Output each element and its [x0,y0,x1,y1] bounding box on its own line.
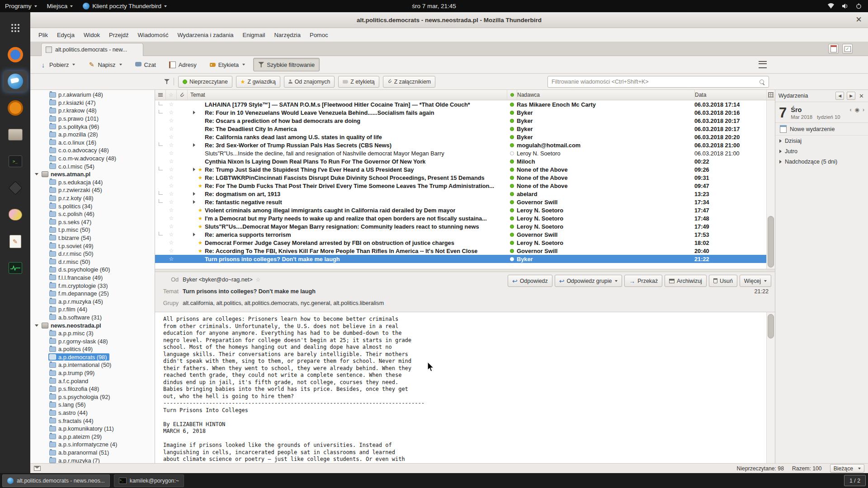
unread-dot-icon[interactable] [510,216,514,221]
today-pane-section-jutro[interactable]: Jutro [775,146,868,156]
folder-row-a.p.democrats[interactable]: a.p.democrats (98) [30,353,155,361]
folder-row-s.lang[interactable]: s.lang (56) [30,401,155,409]
adresy-button[interactable]: Adresy [164,58,202,71]
dock-item-porygon-app[interactable] [4,204,27,225]
tasks-tab-button[interactable]: ✓ [842,44,853,54]
folder-row-a.b.paranormal[interactable]: a.b.paranormal (51) [30,449,155,457]
folder-row-t.bizarre[interactable]: t.bizarre (54) [30,234,155,242]
folder-row-t.p.soviet[interactable]: t.p.soviet (49) [30,242,155,250]
folder-row-s.fractals[interactable]: s.fractals (44) [30,417,155,425]
message-body-scrollbar[interactable] [766,312,775,463]
tab-active[interactable]: alt.politics.democrats - new... [41,43,143,56]
folder-row-f.m.depannage[interactable]: f.m.depannage (25) [30,290,155,298]
next-arrow-icon[interactable]: ▶ [847,92,855,100]
unread-dot-icon[interactable] [510,135,514,139]
taskbar-window-button[interactable]: >_kamilek@porygon:~ [114,474,184,487]
account-row-news.neostrada.pl[interactable]: news.neostrada.pl [30,321,155,329]
folder-row-f.m.cryptologie[interactable]: f.m.cryptologie (33) [30,282,155,290]
reply-all-button[interactable]: Odpowiedz grupie [555,275,623,287]
filter-unread-button[interactable]: Nieprzeczytane [178,76,232,88]
message-row[interactable]: ☆★Re: The Deadliest City In AmericaByker… [155,125,766,133]
star-flag-icon[interactable]: ☆ [166,158,177,164]
volume-icon[interactable] [841,2,849,10]
menu-narzędzia[interactable]: Narzędzia [269,32,305,38]
star-flag-icon[interactable]: ☆ [166,183,177,189]
network-icon[interactable] [827,2,835,10]
folder-row-p.r.gorny-slask[interactable]: p.r.gorny-slask (48) [30,337,155,345]
archive-button[interactable]: Archiwizuj [665,275,707,287]
folder-row-a.c.o.linux[interactable]: a.c.o.linux (16) [30,139,155,147]
folder-row-d.s.psychologie[interactable]: d.s.psychologie (60) [30,266,155,274]
sender-column-header[interactable]: Nadawca [517,90,695,100]
star-flag-icon[interactable]: ☆ [166,256,177,262]
message-row[interactable]: ☆★Cynthia Nixon Is Laying Down Real Plan… [155,157,766,165]
previous-arrow-icon[interactable]: ◀ [835,92,844,100]
menu-plik[interactable]: Plik [34,32,52,38]
dock-item-thunderbird[interactable] [4,71,27,92]
message-row[interactable]: ☆★Re: fantastic negative resultGovernor … [155,198,766,206]
power-icon[interactable] [855,2,863,10]
menu-edycja[interactable]: Edycja [52,32,79,38]
thread-twisty-icon[interactable] [190,200,198,204]
topbar-menu-miejsca[interactable]: Miejsca [42,3,78,9]
dock-item-files[interactable] [4,124,27,145]
unread-dot-icon[interactable] [510,160,514,164]
today-pane-section-dzisiaj[interactable]: Dzisiaj [775,136,868,146]
folder-row-a.p.mozilla[interactable]: a.p.mozilla (28) [30,131,155,139]
collapsed-twisty-icon[interactable] [779,150,782,153]
folder-row-p.r.film[interactable]: p.r.film (44) [30,305,155,314]
star-flag-icon[interactable]: ☆ [166,191,177,197]
folder-row-p.r.krakow[interactable]: p.r.krakow (48) [30,107,155,115]
folder-row-a.p.p.ateizm[interactable]: a.p.p.ateizm (29) [30,433,155,441]
message-row[interactable]: ☆★Re: Trump Just Said the Stupidest Thin… [155,165,766,174]
folder-row-a.p.p.misc[interactable]: a.p.p.misc (3) [30,329,155,338]
from-value[interactable]: Byker <byker@do~rag.net> [183,277,253,283]
message-row[interactable]: ☆★Re: 3rd Sex-Worker of Trump Russian Pa… [155,141,766,149]
folder-row-a.p.r.muzyka[interactable]: a.p.r.muzyka (7) [30,456,155,463]
folder-row-s.astro[interactable]: s.astro (44) [30,409,155,417]
folder-row-a.p.r.muzyka[interactable]: a.p.r.muzyka (45) [30,297,155,305]
titlebar[interactable]: alt.politics.democrats - news.neostrada.… [30,12,868,28]
unread-dot-icon[interactable] [510,103,514,107]
message-row[interactable]: ☆★Re: California ranks dead last among U… [155,133,766,141]
unread-dot-icon[interactable] [510,233,514,237]
unread-dot-icon[interactable] [510,151,514,155]
star-column-header[interactable]: ☆ [166,90,177,100]
quick-filter-mode-select[interactable]: Bieżące [830,464,864,473]
message-row[interactable]: ☆★Re: dogmatism on art, 1913abelard13:23 [155,190,766,198]
szybkie-filtrowanie-button[interactable]: Szybkie filtrowanie [253,58,320,71]
napisz-button[interactable]: ✎Napisz [83,58,127,71]
folder-row-s.c.polish[interactable]: s.c.polish (46) [30,210,155,218]
star-flag-icon[interactable]: ☆ [166,134,177,140]
folder-row-a.p.komunikatory[interactable]: a.p.komunikatory (11) [30,425,155,433]
topbar-status-area[interactable] [827,2,868,10]
unread-dot-icon[interactable] [510,208,514,212]
folder-row-p.r.z.koty[interactable]: p.r.z.koty (48) [30,194,155,202]
message-list-scrollbar[interactable] [766,100,775,269]
today-icon[interactable]: ◉ [855,107,859,113]
dock-item-terminal[interactable]: >_ [4,151,27,172]
menu-wydarzenia-i-zadania[interactable]: Wydarzenia i zadania [173,32,238,38]
folder-row-p.s.edukacja[interactable]: p.s.edukacja (44) [30,178,155,187]
unread-column-header[interactable] [507,90,517,100]
dock-item-system-monitor[interactable] [4,258,27,278]
account-row-news.atman.pl[interactable]: news.atman.pl [30,170,155,178]
unread-dot-icon[interactable] [510,241,514,245]
message-row[interactable]: ☆★Re: According To The FBI, Knives Kill … [155,247,766,255]
thread-twisty-icon[interactable] [190,233,198,236]
unread-dot-icon[interactable] [510,127,514,131]
dock-item-text-editor[interactable]: ✎ [4,231,27,252]
unread-dot-icon[interactable] [510,184,514,188]
folder-row-p.r.akwarium[interactable]: p.r.akwarium (48) [30,91,155,99]
app-menu-icon[interactable] [759,61,767,68]
unread-dot-icon[interactable] [510,111,514,115]
groups-value[interactable]: alt.california, alt.politics, alt.politi… [183,300,384,306]
expanded-twisty-icon[interactable] [35,324,38,327]
message-row[interactable]: ☆★LAHAINA [1779 Style™] — SATAN P.O.M.s … [155,100,766,108]
star-flag-icon[interactable]: ☆ [166,109,177,116]
message-row[interactable]: ☆★Violent criminals among illegal immigr… [155,206,766,214]
folder-row-c.o.l.misc[interactable]: c.o.l.misc (54) [30,162,155,170]
star-flag-icon[interactable]: ☆ [166,166,177,173]
scrollbar-thumb[interactable] [768,216,774,267]
forward-button[interactable]: Przekaż [624,275,662,287]
